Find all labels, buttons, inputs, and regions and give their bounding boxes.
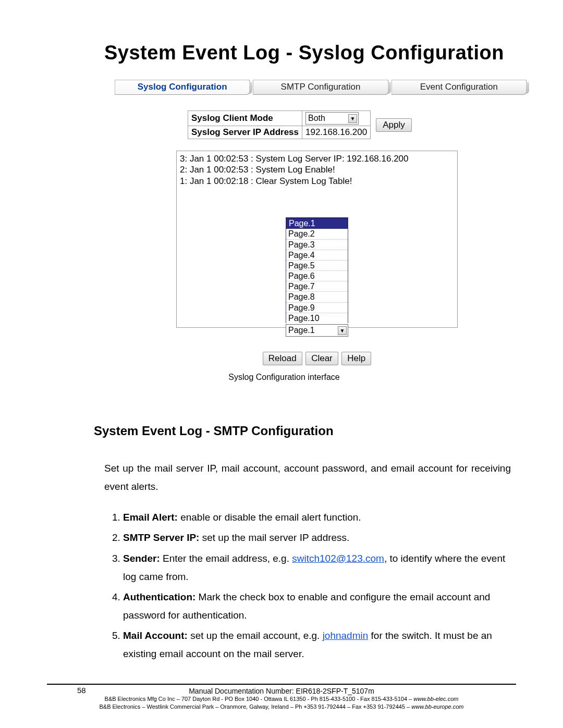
apply-button[interactable]: Apply bbox=[376, 118, 412, 132]
page-dropdown[interactable]: Page.1 ▼ bbox=[286, 324, 348, 337]
page-option[interactable]: Page.7 bbox=[286, 281, 348, 292]
list-item-term: Authentication: bbox=[123, 591, 195, 602]
footer-url-2: www.bb-europe.com bbox=[411, 704, 463, 710]
clear-button[interactable]: Clear bbox=[305, 352, 338, 365]
list-item-term: Sender: bbox=[123, 553, 160, 564]
footer-address-1: B&B Electronics Mfg Co Inc – 707 Dayton … bbox=[47, 695, 516, 702]
page-selector: Page.1 Page.2 Page.3 Page.4 Page.5 Page.… bbox=[286, 217, 348, 337]
smtp-steps-list: Email Alert: enable or disable the email… bbox=[104, 508, 511, 663]
mail-account-link[interactable]: johnadmin bbox=[323, 630, 369, 641]
page-option[interactable]: Page.10 bbox=[286, 313, 348, 323]
page-title: System Event Log - Syslog Configuration bbox=[104, 42, 516, 64]
syslog-config-form: Syslog Client Mode Both ▼ Apply Syslog S… bbox=[188, 110, 516, 139]
page-option[interactable]: Page.4 bbox=[286, 250, 348, 261]
list-item: Sender: Enter the email address, e.g. sw… bbox=[123, 549, 511, 586]
list-item-term: Mail Account: bbox=[123, 630, 188, 641]
chevron-down-icon: ▼ bbox=[348, 114, 357, 123]
page-option[interactable]: Page.3 bbox=[286, 240, 348, 250]
footer-address-2: B&B Electronics – Westlink Commercial Pa… bbox=[47, 703, 516, 710]
list-item-text: set up the mail server IP address. bbox=[199, 532, 349, 543]
page-dropdown-value: Page.1 bbox=[288, 326, 315, 335]
figure-caption: Syslog Configuration interface bbox=[52, 373, 516, 382]
list-item: Mail Account: set up the email account, … bbox=[123, 626, 511, 663]
list-item-text: enable or disable the email alert functi… bbox=[178, 512, 361, 523]
smtp-section-heading: System Event Log - SMTP Configuration bbox=[94, 424, 516, 438]
help-button[interactable]: Help bbox=[341, 352, 371, 365]
syslog-server-ip-value: 192.168.16.200 bbox=[302, 126, 371, 139]
footer-doc-number: Manual Documentation Number: EIR618-2SFP… bbox=[47, 684, 516, 695]
page-option[interactable]: Page.1 bbox=[286, 218, 348, 229]
tab-smtp-configuration[interactable]: SMTP Configuration bbox=[253, 80, 388, 95]
page-option[interactable]: Page.9 bbox=[286, 303, 348, 313]
smtp-intro: Set up the mail server IP, mail account,… bbox=[104, 459, 511, 496]
tab-syslog-configuration[interactable]: Syslog Configuration bbox=[115, 80, 250, 95]
sender-email-link[interactable]: switch102@123.com bbox=[292, 553, 384, 564]
page-number: 58 bbox=[77, 686, 86, 695]
tab-bar: Syslog Configuration SMTP Configuration … bbox=[115, 80, 527, 95]
page-list[interactable]: Page.1 Page.2 Page.3 Page.4 Page.5 Page.… bbox=[286, 217, 348, 323]
syslog-client-mode-label: Syslog Client Mode bbox=[188, 111, 302, 126]
action-row: Reload Clear Help bbox=[176, 352, 458, 365]
log-line: 1: Jan 1 00:02:18 : Clear System Log Tab… bbox=[180, 176, 454, 187]
page-option[interactable]: Page.8 bbox=[286, 292, 348, 302]
list-item: Authentication: Mark the check box to en… bbox=[123, 588, 511, 624]
page-option[interactable]: Page.2 bbox=[286, 229, 348, 239]
list-item-text: Enter the email address, e.g. bbox=[160, 553, 292, 564]
list-item-term: SMTP Server IP: bbox=[123, 532, 199, 543]
list-item-term: Email Alert: bbox=[123, 512, 178, 523]
list-item: SMTP Server IP: set up the mail server I… bbox=[123, 528, 511, 547]
log-line: 2: Jan 1 00:02:53 : System Log Enable! bbox=[180, 164, 454, 175]
list-item: Email Alert: enable or disable the email… bbox=[123, 508, 511, 526]
syslog-client-mode-value: Both bbox=[308, 114, 325, 123]
syslog-log-textarea[interactable]: 3: Jan 1 00:02:53 : System Log Server IP… bbox=[176, 151, 458, 328]
syslog-server-ip-label: Syslog Server IP Address bbox=[188, 126, 302, 139]
page-footer: 58 Manual Documentation Number: EIR618-2… bbox=[47, 684, 516, 710]
syslog-client-mode-select[interactable]: Both ▼ bbox=[305, 112, 359, 125]
reload-button[interactable]: Reload bbox=[263, 352, 302, 365]
page-option[interactable]: Page.6 bbox=[286, 271, 348, 281]
log-line: 3: Jan 1 00:02:53 : System Log Server IP… bbox=[180, 153, 454, 164]
tab-event-configuration[interactable]: Event Configuration bbox=[391, 80, 527, 95]
list-item-text: set up the email account, e.g. bbox=[188, 630, 323, 641]
footer-url-1: www.bb-elec.com bbox=[413, 696, 458, 702]
chevron-down-icon: ▼ bbox=[338, 326, 347, 335]
page-option[interactable]: Page.5 bbox=[286, 261, 348, 271]
